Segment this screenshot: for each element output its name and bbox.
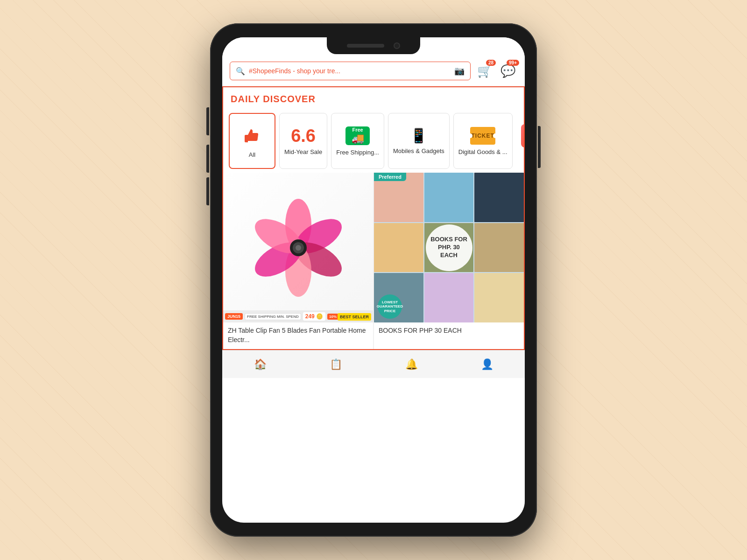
book-4 (374, 223, 423, 273)
nav-profile[interactable]: 👤 (481, 358, 493, 371)
book-6 (474, 223, 524, 273)
lowest-text-2: GUARANTEED (377, 304, 403, 309)
tab-wo[interactable]: Wo (516, 113, 524, 169)
products-grid: JUN15 FREE SHIPPING MIN. SPEND 249 🪙 10%… (223, 173, 524, 349)
free-shipping-icon: Free 🚚 (345, 126, 370, 145)
speaker-grill (347, 44, 384, 48)
books-info: BOOKS FOR PHP 30 EACH (374, 322, 524, 340)
book-2 (424, 173, 474, 222)
mobile-phone-icon: 📱 (410, 127, 427, 144)
nav-feed[interactable]: 📋 (330, 358, 342, 371)
search-bar: 🔍 #ShopeeFinds - shop your tre... 📷 🛒 28… (222, 58, 525, 86)
book-8 (424, 273, 474, 322)
tab-mobiles[interactable]: 📱 Mobiles & Gadgets (388, 113, 450, 169)
book-3 (474, 173, 524, 222)
chat-button[interactable]: 💬 99+ (499, 62, 517, 80)
phone-notch (327, 37, 420, 54)
wo-icon (521, 124, 524, 147)
book-9 (474, 273, 524, 322)
phone-frame: 🔍 #ShopeeFinds - shop your tre... 📷 🛒 28… (210, 23, 537, 537)
fan-badges: JUN15 FREE SHIPPING MIN. SPEND 249 🪙 10%… (223, 310, 373, 322)
books-image-container: Preferred (374, 173, 524, 322)
search-placeholder: #ShopeeFinds - shop your tre... (249, 67, 451, 75)
search-input-container[interactable]: 🔍 #ShopeeFinds - shop your tre... 📷 (230, 62, 471, 80)
books-title: BOOKS FOR PHP 30 EACH (379, 326, 519, 336)
chat-icon: 💬 (500, 64, 515, 78)
fan-info: ZH Table Clip Fan 5 Blades Fan Portable … (223, 322, 373, 349)
sale-66-icon: 6.6 (291, 127, 316, 145)
tab-midyear-label: Mid-Year Sale (284, 148, 322, 155)
profile-icon: 👤 (481, 358, 493, 371)
nav-notifications[interactable]: 🔔 (405, 358, 418, 371)
camera-icon[interactable]: 📷 (454, 66, 465, 76)
bell-icon: 🔔 (405, 358, 418, 371)
fan-image (223, 173, 373, 322)
home-icon: 🏠 (254, 358, 267, 371)
tab-digital-label: Digital Goods & ... (458, 148, 507, 155)
category-tabs: All 6.6 Mid-Year Sale Free 🚚 Free Shippi… (223, 109, 524, 173)
tab-all-label: All (249, 151, 255, 158)
cart-icon: 🛒 (477, 64, 492, 78)
daily-discover-title: DAILY DISCOVER (231, 94, 516, 105)
chat-badge: 99+ (507, 60, 519, 66)
cart-badge: 28 (486, 60, 496, 66)
books-overlay-text: BOOKS FORPHP. 30EACH (430, 236, 467, 259)
thumbs-up-icon (240, 124, 264, 147)
price-badge: 249 🪙 (303, 312, 325, 321)
preferred-badge: Preferred (374, 173, 406, 181)
tab-freeship-label: Free Shipping... (336, 149, 379, 156)
phone-screen: 🔍 #ShopeeFinds - shop your tre... 📷 🛒 28… (222, 37, 525, 523)
front-camera (394, 42, 400, 49)
bottom-nav: 🏠 📋 🔔 👤 (222, 350, 525, 378)
books-grid: BOOKS FORPHP. 30EACH LOWEST GUARANTEED P… (374, 173, 524, 322)
books-price-overlay: BOOKS FORPHP. 30EACH (426, 224, 472, 271)
lowest-price-badge: LOWEST GUARANTEED PRICE (378, 294, 402, 319)
cart-button[interactable]: 🛒 28 (475, 62, 494, 80)
svg-point-8 (296, 245, 301, 251)
lowest-text-3: PRICE (384, 309, 395, 314)
feed-icon: 📋 (330, 358, 342, 371)
jun15-badge: JUN15 (225, 313, 243, 320)
tab-mobiles-label: Mobiles & Gadgets (393, 147, 444, 154)
daily-discover-header: DAILY DISCOVER (223, 87, 524, 109)
fan-title: ZH Table Clip Fan 5 Blades Fan Portable … (228, 326, 368, 344)
product-fan[interactable]: JUN15 FREE SHIPPING MIN. SPEND 249 🪙 10%… (223, 173, 373, 349)
lowest-text-1: LOWEST (382, 300, 398, 305)
search-icon: 🔍 (236, 67, 245, 76)
tab-freeship[interactable]: Free 🚚 Free Shipping... (331, 113, 384, 169)
tab-midyear[interactable]: 6.6 Mid-Year Sale (279, 113, 327, 169)
fan-svg (247, 196, 350, 299)
bestseller-badge: BEST SELLER (338, 313, 371, 321)
nav-home[interactable]: 🏠 (254, 358, 267, 371)
price-icon: 🪙 (316, 313, 323, 320)
daily-discover-section: DAILY DISCOVER All 6.6 M (222, 86, 525, 350)
product-books[interactable]: Preferred (374, 173, 524, 349)
fan-image-container: JUN15 FREE SHIPPING MIN. SPEND 249 🪙 10%… (223, 173, 373, 322)
freeship-text: FREE SHIPPING MIN. SPEND (245, 313, 301, 320)
tab-digital[interactable]: TICKET Digital Goods & ... (453, 113, 513, 169)
price-value: 249 (305, 313, 315, 320)
ticket-icon: TICKET (470, 127, 495, 145)
tab-all[interactable]: All (229, 113, 275, 169)
